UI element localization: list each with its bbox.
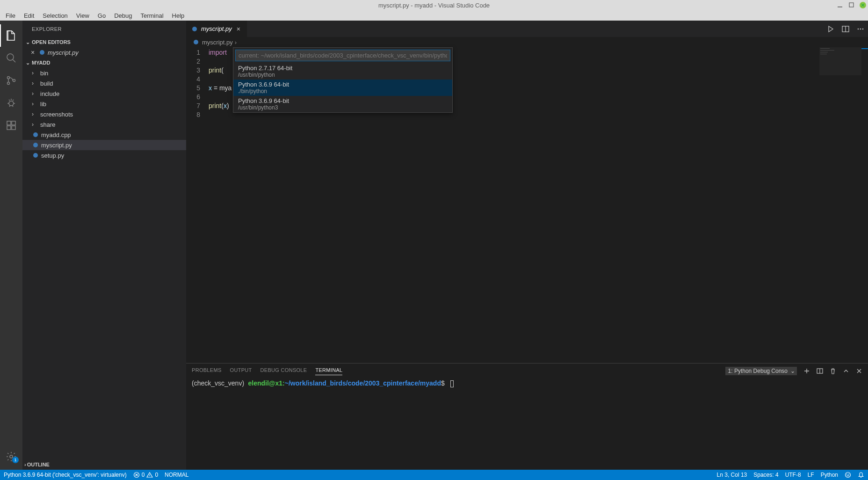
terminal-select[interactable]: 1: Python Debug Conso ⌄ bbox=[725, 367, 797, 375]
menu-debug[interactable]: Debug bbox=[110, 11, 136, 20]
status-language[interactable]: Python bbox=[821, 472, 838, 478]
menu-go[interactable]: Go bbox=[94, 11, 109, 20]
interpreter-option[interactable]: Python 2.7.17 64-bit/usr/bin/python bbox=[233, 63, 452, 80]
chevron-right-icon: › bbox=[24, 462, 26, 467]
line-numbers: 12345678 bbox=[186, 47, 209, 363]
folder-item[interactable]: ›share bbox=[22, 119, 186, 130]
panel-tab-output[interactable]: OUTPUT bbox=[230, 367, 252, 375]
activity-settings[interactable]: 1 bbox=[0, 447, 22, 466]
folder-item[interactable]: ›build bbox=[22, 78, 186, 88]
python-file-icon bbox=[191, 26, 198, 32]
menu-file[interactable]: File bbox=[2, 11, 19, 20]
status-feedback[interactable] bbox=[845, 472, 851, 478]
svg-point-20 bbox=[862, 28, 864, 29]
activity-extensions[interactable] bbox=[0, 114, 22, 137]
svg-point-13 bbox=[33, 132, 38, 137]
folder-item[interactable]: ›include bbox=[22, 88, 186, 99]
svg-point-2 bbox=[7, 54, 14, 60]
code-editor[interactable]: 12345678 import print( x = mya print(x) … bbox=[186, 47, 868, 363]
file-item[interactable]: myscript.py bbox=[22, 140, 186, 150]
svg-point-11 bbox=[10, 455, 13, 458]
split-terminal-button[interactable] bbox=[817, 368, 823, 374]
status-encoding[interactable]: UTF-8 bbox=[785, 472, 801, 478]
status-notifications[interactable] bbox=[858, 472, 864, 478]
interpreter-option[interactable]: Python 3.6.9 64-bit/usr/bin/python3 bbox=[233, 96, 452, 112]
svg-rect-1 bbox=[849, 3, 854, 7]
svg-point-15 bbox=[33, 153, 38, 158]
open-editors-header[interactable]: ⌄ OPEN EDITORS bbox=[22, 37, 186, 47]
settings-badge: 1 bbox=[12, 457, 19, 463]
menu-terminal[interactable]: Terminal bbox=[137, 11, 167, 20]
panel-tab-debug-console[interactable]: DEBUG CONSOLE bbox=[260, 367, 307, 375]
open-editor-item[interactable]: ×myscript.py bbox=[22, 47, 186, 58]
status-interpreter[interactable]: Python 3.6.9 64-bit ('check_vsc_venv': v… bbox=[4, 472, 127, 478]
tab-myscript[interactable]: myscript.py × bbox=[186, 21, 247, 37]
chevron-right-icon: › bbox=[32, 90, 38, 97]
activity-bar: 1 bbox=[0, 21, 22, 470]
chevron-down-icon: ⌄ bbox=[24, 60, 31, 66]
py-file-icon bbox=[32, 142, 39, 148]
status-indentation[interactable]: Spaces: 4 bbox=[753, 472, 778, 478]
svg-point-14 bbox=[33, 143, 38, 147]
chevron-right-icon: › bbox=[32, 70, 38, 76]
workspace-header[interactable]: ⌄ MYADD bbox=[22, 58, 186, 68]
chevron-right-icon: › bbox=[32, 101, 38, 107]
folder-item[interactable]: ›bin bbox=[22, 68, 186, 78]
maximize-button[interactable] bbox=[848, 2, 855, 8]
file-item[interactable]: setup.py bbox=[22, 150, 186, 160]
outline-header[interactable]: › OUTLINE bbox=[22, 459, 186, 470]
run-button[interactable] bbox=[827, 25, 834, 33]
interpreter-picker: Python 2.7.17 64-bit/usr/bin/pythonPytho… bbox=[233, 47, 453, 113]
breadcrumb[interactable]: myscript.py › bbox=[186, 37, 868, 47]
close-icon[interactable]: × bbox=[29, 49, 36, 56]
chevron-down-icon: ⌄ bbox=[24, 39, 31, 45]
folder-item[interactable]: ›lib bbox=[22, 99, 186, 109]
close-button[interactable] bbox=[860, 2, 866, 8]
svg-rect-9 bbox=[12, 126, 15, 130]
split-editor-button[interactable] bbox=[842, 25, 849, 33]
window-title: myscript.py - myadd - Visual Studio Code bbox=[378, 2, 490, 9]
status-vim-mode[interactable]: NORMAL bbox=[165, 472, 188, 478]
svg-point-3 bbox=[7, 77, 10, 79]
menu-help[interactable]: Help bbox=[168, 11, 188, 20]
status-eol[interactable]: LF bbox=[808, 472, 814, 478]
python-file-icon bbox=[193, 39, 200, 45]
interpreter-picker-input[interactable] bbox=[235, 50, 450, 61]
menu-edit[interactable]: Edit bbox=[20, 11, 38, 20]
editor-tabs: myscript.py × bbox=[186, 21, 868, 37]
minimize-button[interactable] bbox=[837, 2, 844, 8]
editor-area: myscript.py × myscript.py › 12345678 imp… bbox=[186, 21, 868, 470]
statusbar: Python 3.6.9 64-bit ('check_vsc_venv': v… bbox=[0, 470, 868, 480]
status-problems[interactable]: 0 0 bbox=[133, 472, 158, 478]
activity-debug[interactable] bbox=[0, 92, 22, 114]
more-actions-button[interactable] bbox=[857, 25, 864, 33]
panel-tab-problems[interactable]: PROBLEMS bbox=[192, 367, 222, 375]
sidebar-title: EXPLORER bbox=[22, 21, 186, 37]
overview-ruler bbox=[861, 47, 868, 363]
chevron-right-icon: › bbox=[235, 39, 237, 46]
close-panel-button[interactable] bbox=[856, 368, 862, 374]
panel-tabs: PROBLEMSOUTPUTDEBUG CONSOLETERMINAL 1: P… bbox=[186, 364, 868, 378]
folder-item[interactable]: ›screenshots bbox=[22, 109, 186, 119]
svg-rect-7 bbox=[7, 121, 11, 125]
maximize-panel-button[interactable] bbox=[843, 368, 849, 374]
titlebar: myscript.py - myadd - Visual Studio Code bbox=[0, 0, 868, 10]
activity-source-control[interactable] bbox=[0, 69, 22, 92]
new-terminal-button[interactable] bbox=[803, 368, 810, 374]
menu-view[interactable]: View bbox=[72, 11, 93, 20]
svg-rect-8 bbox=[7, 126, 11, 130]
menu-selection[interactable]: Selection bbox=[39, 11, 71, 20]
file-item[interactable]: myadd.cpp bbox=[22, 130, 186, 140]
svg-point-4 bbox=[7, 82, 10, 85]
svg-point-5 bbox=[13, 80, 15, 82]
tab-close-icon[interactable]: × bbox=[235, 25, 242, 33]
svg-point-25 bbox=[847, 474, 847, 474]
interpreter-option[interactable]: Python 3.6.9 64-bit./bin/python bbox=[233, 80, 452, 96]
panel-tab-terminal[interactable]: TERMINAL bbox=[315, 367, 342, 375]
svg-point-12 bbox=[40, 50, 44, 55]
status-cursor-position[interactable]: Ln 3, Col 13 bbox=[717, 472, 747, 478]
kill-terminal-button[interactable] bbox=[830, 368, 836, 374]
terminal-body[interactable]: (check_vsc_venv) elendil@x1:~/work/islan… bbox=[186, 378, 868, 470]
activity-search[interactable] bbox=[0, 47, 22, 69]
activity-explorer[interactable] bbox=[0, 24, 22, 47]
